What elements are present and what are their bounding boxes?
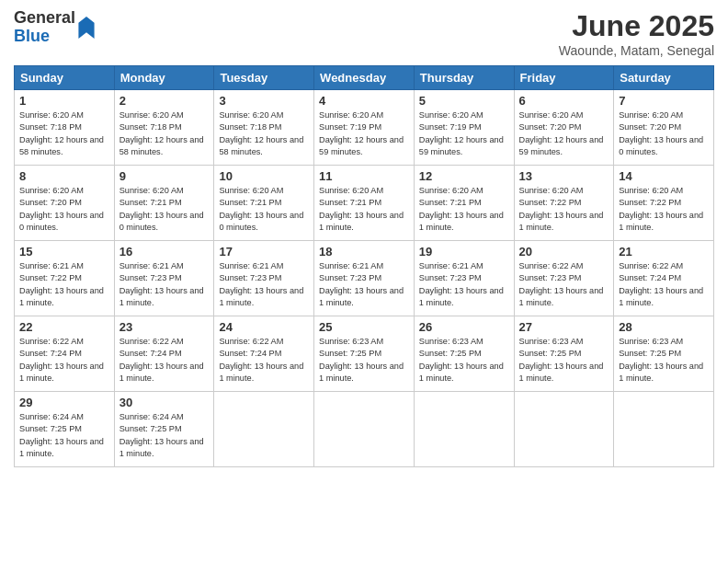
table-row: 26 Sunrise: 6:23 AM Sunset: 7:25 PM Dayl…	[414, 316, 514, 392]
day-info: Sunrise: 6:20 AM Sunset: 7:18 PM Dayligh…	[119, 109, 210, 158]
day-number: 28	[619, 320, 709, 334]
day-number: 8	[19, 169, 109, 183]
sunrise-label: Sunrise: 6:21 AM	[119, 261, 184, 270]
table-row: 4 Sunrise: 6:20 AM Sunset: 7:19 PM Dayli…	[314, 90, 415, 166]
col-friday: Friday	[514, 66, 614, 90]
sunset-label: Sunset: 7:23 PM	[319, 273, 381, 282]
day-info: Sunrise: 6:20 AM Sunset: 7:19 PM Dayligh…	[319, 109, 409, 158]
sunset-label: Sunset: 7:25 PM	[119, 424, 182, 433]
day-info: Sunrise: 6:21 AM Sunset: 7:23 PM Dayligh…	[119, 260, 210, 309]
day-info: Sunrise: 6:22 AM Sunset: 7:24 PM Dayligh…	[219, 336, 309, 385]
day-info: Sunrise: 6:22 AM Sunset: 7:24 PM Dayligh…	[119, 336, 210, 385]
day-info: Sunrise: 6:21 AM Sunset: 7:22 PM Dayligh…	[19, 260, 109, 309]
day-number: 13	[519, 169, 609, 183]
sunset-label: Sunset: 7:25 PM	[319, 349, 381, 358]
day-number: 15	[19, 245, 109, 259]
daylight-label: Daylight: 13 hours and 0 minutes.	[619, 135, 703, 156]
sunset-label: Sunset: 7:23 PM	[119, 273, 182, 282]
calendar-week-4: 22 Sunrise: 6:22 AM Sunset: 7:24 PM Dayl…	[15, 316, 714, 392]
table-row: 13 Sunrise: 6:20 AM Sunset: 7:22 PM Dayl…	[514, 166, 614, 241]
table-row: 30 Sunrise: 6:24 AM Sunset: 7:25 PM Dayl…	[114, 392, 214, 467]
sunrise-label: Sunrise: 6:20 AM	[319, 110, 383, 120]
daylight-label: Daylight: 13 hours and 1 minute.	[419, 286, 504, 307]
day-number: 30	[119, 396, 210, 409]
col-monday: Monday	[114, 66, 214, 90]
day-number: 21	[619, 245, 709, 259]
table-row: 12 Sunrise: 6:20 AM Sunset: 7:21 PM Dayl…	[414, 166, 514, 241]
sunset-label: Sunset: 7:23 PM	[419, 273, 482, 282]
daylight-label: Daylight: 13 hours and 1 minute.	[319, 362, 404, 383]
sunset-label: Sunset: 7:23 PM	[519, 273, 582, 282]
sunrise-label: Sunrise: 6:20 AM	[119, 186, 184, 195]
table-row: 27 Sunrise: 6:23 AM Sunset: 7:25 PM Dayl…	[514, 316, 614, 392]
sunset-label: Sunset: 7:22 PM	[619, 198, 681, 207]
sunset-label: Sunset: 7:21 PM	[319, 198, 381, 207]
day-number: 6	[519, 94, 609, 108]
daylight-label: Daylight: 12 hours and 59 minutes.	[519, 135, 604, 156]
sunrise-label: Sunrise: 6:20 AM	[119, 110, 184, 120]
day-number: 22	[19, 320, 109, 334]
day-info: Sunrise: 6:24 AM Sunset: 7:25 PM Dayligh…	[119, 411, 210, 460]
table-row: 10 Sunrise: 6:20 AM Sunset: 7:21 PM Dayl…	[214, 166, 314, 241]
day-number: 4	[319, 94, 409, 108]
sunset-label: Sunset: 7:22 PM	[19, 273, 82, 282]
daylight-label: Daylight: 13 hours and 1 minute.	[619, 211, 703, 232]
table-row: 21 Sunrise: 6:22 AM Sunset: 7:24 PM Dayl…	[614, 241, 714, 316]
day-number: 16	[119, 245, 210, 259]
day-info: Sunrise: 6:22 AM Sunset: 7:24 PM Dayligh…	[19, 336, 109, 385]
table-row: 1 Sunrise: 6:20 AM Sunset: 7:18 PM Dayli…	[15, 90, 115, 166]
sunrise-label: Sunrise: 6:23 AM	[619, 337, 683, 346]
day-info: Sunrise: 6:20 AM Sunset: 7:18 PM Dayligh…	[219, 109, 309, 158]
sunset-label: Sunset: 7:23 PM	[219, 273, 281, 282]
table-row: 14 Sunrise: 6:20 AM Sunset: 7:22 PM Dayl…	[614, 166, 714, 241]
table-row: 2 Sunrise: 6:20 AM Sunset: 7:18 PM Dayli…	[114, 90, 214, 166]
daylight-label: Daylight: 13 hours and 1 minute.	[219, 362, 303, 383]
day-number: 25	[319, 320, 409, 334]
day-info: Sunrise: 6:20 AM Sunset: 7:20 PM Dayligh…	[519, 109, 609, 158]
table-row: 3 Sunrise: 6:20 AM Sunset: 7:18 PM Dayli…	[214, 90, 314, 166]
sunset-label: Sunset: 7:20 PM	[619, 122, 681, 132]
table-row: 15 Sunrise: 6:21 AM Sunset: 7:22 PM Dayl…	[15, 241, 115, 316]
daylight-label: Daylight: 13 hours and 1 minute.	[319, 286, 404, 307]
daylight-label: Daylight: 13 hours and 1 minute.	[119, 437, 204, 458]
calendar-week-2: 8 Sunrise: 6:20 AM Sunset: 7:20 PM Dayli…	[15, 166, 714, 241]
daylight-label: Daylight: 12 hours and 59 minutes.	[419, 135, 504, 156]
sunrise-label: Sunrise: 6:20 AM	[319, 186, 383, 195]
daylight-label: Daylight: 12 hours and 59 minutes.	[319, 135, 404, 156]
day-info: Sunrise: 6:24 AM Sunset: 7:25 PM Dayligh…	[19, 411, 109, 460]
sunrise-label: Sunrise: 6:20 AM	[619, 186, 683, 195]
day-info: Sunrise: 6:22 AM Sunset: 7:23 PM Dayligh…	[519, 260, 609, 309]
logo-general: General	[14, 8, 75, 27]
day-number: 3	[219, 94, 309, 108]
page: General Blue June 2025 Waounde, Matam, S…	[0, 0, 728, 563]
table-row: 6 Sunrise: 6:20 AM Sunset: 7:20 PM Dayli…	[514, 90, 614, 166]
logo-text: General Blue	[14, 9, 75, 46]
table-row: 24 Sunrise: 6:22 AM Sunset: 7:24 PM Dayl…	[214, 316, 314, 392]
table-row	[514, 392, 614, 467]
day-info: Sunrise: 6:20 AM Sunset: 7:21 PM Dayligh…	[319, 185, 409, 234]
month-title: June 2025	[559, 9, 714, 43]
day-number: 26	[419, 320, 509, 334]
sunrise-label: Sunrise: 6:20 AM	[519, 110, 584, 120]
table-row	[414, 392, 514, 467]
day-info: Sunrise: 6:21 AM Sunset: 7:23 PM Dayligh…	[219, 260, 309, 309]
day-info: Sunrise: 6:20 AM Sunset: 7:20 PM Dayligh…	[19, 185, 109, 234]
sunrise-label: Sunrise: 6:20 AM	[19, 186, 84, 195]
day-number: 29	[19, 396, 109, 409]
table-row: 11 Sunrise: 6:20 AM Sunset: 7:21 PM Dayl…	[314, 166, 415, 241]
day-number: 27	[519, 320, 609, 334]
sunrise-label: Sunrise: 6:22 AM	[19, 337, 84, 346]
sunset-label: Sunset: 7:20 PM	[519, 122, 582, 132]
day-info: Sunrise: 6:20 AM Sunset: 7:18 PM Dayligh…	[19, 109, 109, 158]
daylight-label: Daylight: 13 hours and 1 minute.	[119, 286, 204, 307]
table-row	[214, 392, 314, 467]
header: General Blue June 2025 Waounde, Matam, S…	[14, 9, 714, 58]
daylight-label: Daylight: 13 hours and 1 minute.	[419, 362, 504, 383]
calendar-table: Sunday Monday Tuesday Wednesday Thursday…	[14, 65, 714, 467]
table-row: 19 Sunrise: 6:21 AM Sunset: 7:23 PM Dayl…	[414, 241, 514, 316]
sunrise-label: Sunrise: 6:23 AM	[419, 337, 483, 346]
daylight-label: Daylight: 13 hours and 0 minutes.	[119, 211, 204, 232]
daylight-label: Daylight: 13 hours and 0 minutes.	[219, 211, 303, 232]
col-tuesday: Tuesday	[214, 66, 314, 90]
sunrise-label: Sunrise: 6:22 AM	[119, 337, 184, 346]
